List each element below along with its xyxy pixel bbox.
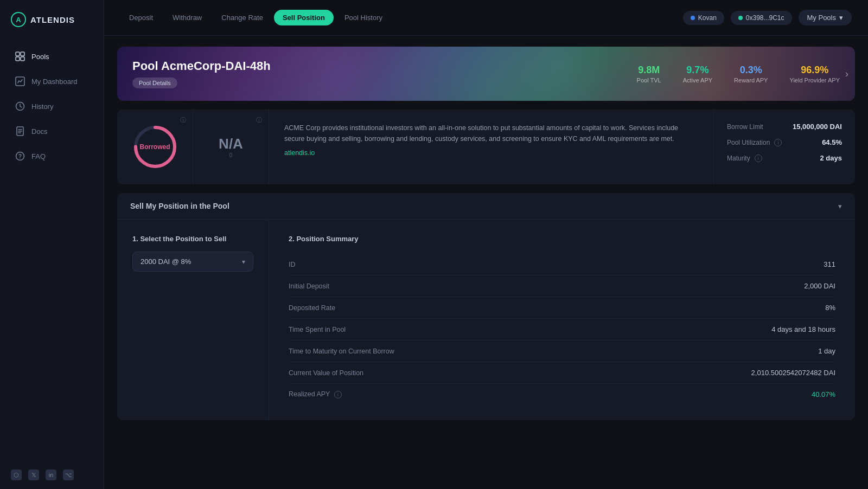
pool-utilization-info-icon[interactable]: i [774, 139, 782, 146]
pos-value-id: 311 [824, 260, 835, 268]
network-badge: Kovan [683, 11, 724, 25]
pool-yield-apy-value: 96.9% [789, 65, 840, 76]
pos-label-current-value: Current Value of Position [289, 369, 363, 377]
na-value: N/A [219, 136, 243, 152]
sidebar-item-label-docs: Docs [31, 127, 48, 136]
sell-step1-title: 1. Select the Position to Sell [132, 235, 253, 243]
dashboard-icon [15, 76, 25, 86]
pos-label-id: ID [289, 261, 296, 268]
pos-value-deposited-rate: 8% [825, 304, 835, 312]
pos-value-time-spent: 4 days and 18 hours [771, 325, 835, 333]
pos-label-realized-apy: Realized APY i [289, 390, 342, 398]
pos-label-initial-deposit: Initial Deposit [289, 282, 329, 290]
pool-utilization-label: Pool Utilization i [727, 139, 782, 146]
svg-text:?: ? [18, 153, 22, 159]
borrow-limit-label: Borrow Limit [727, 123, 763, 131]
svg-rect-3 [21, 52, 24, 56]
history-icon [15, 101, 25, 111]
pool-reward-apy-label: Reward APY [734, 77, 768, 83]
pool-info-row: ⓘ Borrowed ⓘ N/A 0 AC [117, 110, 855, 184]
pool-metrics: Borrow Limit 15,000,000 DAI Pool Utiliza… [714, 110, 855, 184]
sell-header[interactable]: Sell My Position in the Pool ▾ [117, 193, 855, 220]
sell-left: 1. Select the Position to Sell 2000 DAI … [117, 220, 269, 420]
borrowed-gauge: Borrowed [131, 123, 180, 171]
wallet-badge[interactable]: 0x398...9C1c [731, 11, 792, 25]
sidebar-item-pools[interactable]: Pools [4, 44, 99, 68]
na-gauge-box: ⓘ N/A 0 [193, 110, 269, 184]
sell-header-title: Sell My Position in the Pool [130, 202, 229, 210]
sidebar-item-history[interactable]: History [4, 94, 99, 118]
sidebar-item-label-dashboard: My Dashboard [31, 78, 78, 86]
metric-maturity: Maturity i 2 days [727, 154, 842, 162]
position-row-deposited-rate: Deposited Rate 8% [289, 297, 835, 319]
pos-value-realized-apy: 40.07% [812, 390, 835, 398]
realized-apy-info-icon[interactable]: i [334, 391, 342, 398]
pool-active-apy-value: 9.7% [683, 65, 712, 76]
position-title: 2. Position Summary [289, 235, 835, 243]
dropdown-arrow-icon: ▾ [242, 258, 245, 266]
topbar: Deposit Withdraw Change Rate Sell Positi… [104, 0, 868, 36]
maturity-label: Maturity i [727, 155, 762, 162]
discord-icon[interactable]: ⬡ [11, 469, 22, 480]
position-dropdown[interactable]: 2000 DAI @ 8% ▾ [132, 252, 253, 272]
content-area: Pool AcmeCorp-DAI-48h Pool Details 9.8M … [104, 36, 868, 489]
tab-sell-position[interactable]: Sell Position [274, 10, 334, 25]
tab-pool-history[interactable]: Pool History [336, 10, 391, 25]
pool-gauges: ⓘ Borrowed ⓘ N/A 0 [117, 110, 269, 184]
pool-banner: Pool AcmeCorp-DAI-48h Pool Details 9.8M … [117, 47, 855, 101]
gauge-na-info-icon[interactable]: ⓘ [256, 116, 262, 124]
pool-link[interactable]: atlendis.io [284, 149, 315, 157]
metric-pool-utilization: Pool Utilization i 64.5% [727, 138, 842, 146]
position-dropdown-value: 2000 DAI @ 8% [141, 258, 191, 266]
pool-details-badge[interactable]: Pool Details [132, 78, 177, 88]
my-pools-button[interactable]: My Pools ▾ [799, 10, 852, 25]
sidebar-item-dashboard[interactable]: My Dashboard [4, 69, 99, 93]
position-row-time-spent: Time Spent in Pool 4 days and 18 hours [289, 319, 835, 340]
borrowed-gauge-label: Borrowed [139, 143, 170, 151]
network-dot [691, 16, 695, 20]
sell-section: Sell My Position in the Pool ▾ 1. Select… [117, 193, 855, 420]
tab-withdraw[interactable]: Withdraw [164, 10, 210, 25]
tab-change-rate[interactable]: Change Rate [213, 10, 272, 25]
position-rows: ID 311 Initial Deposit 2,000 DAI Deposit… [289, 254, 835, 405]
linkedin-icon[interactable]: in [46, 469, 56, 480]
svg-text:A: A [16, 16, 21, 24]
sidebar-item-faq[interactable]: ? FAQ [4, 144, 99, 168]
pos-label-time-spent: Time Spent in Pool [289, 326, 346, 333]
position-row-realized-apy: Realized APY i 40.07% [289, 384, 835, 405]
chevron-down-icon: ▾ [839, 14, 843, 22]
borrow-limit-value: 15,000,000 DAI [793, 123, 842, 131]
pool-reward-apy-value: 0.3% [734, 65, 768, 76]
app-name: ATLENDIS [30, 15, 75, 24]
topbar-right: Kovan 0x398...9C1c My Pools ▾ [683, 10, 852, 25]
pool-yield-apy-label: Yield Provider APY [789, 77, 840, 83]
pools-icon [15, 52, 25, 61]
sidebar-item-docs[interactable]: Docs [4, 119, 99, 143]
main-content: Deposit Withdraw Change Rate Sell Positi… [104, 0, 868, 489]
gauge-borrowed-info-icon[interactable]: ⓘ [180, 116, 186, 124]
pool-stat-reward-apy: 0.3% Reward APY [734, 65, 768, 83]
github-icon[interactable]: ⌥ [63, 469, 74, 480]
sidebar: A ATLENDIS Pools My Dashboard [0, 0, 104, 489]
pos-value-initial-deposit: 2,000 DAI [804, 282, 835, 290]
wallet-dot [738, 16, 743, 20]
sell-content: 1. Select the Position to Sell 2000 DAI … [117, 220, 855, 420]
pos-value-time-maturity: 1 day [818, 347, 835, 355]
sidebar-item-label-faq: FAQ [31, 152, 46, 160]
pool-description: ACME Corp provides institutional investo… [269, 110, 714, 184]
banner-next-icon[interactable]: › [845, 68, 848, 80]
svg-rect-2 [16, 52, 20, 56]
pool-stat-tvl: 9.8M Pool TVL [637, 65, 661, 83]
pos-label-time-maturity: Time to Maturity on Current Borrow [289, 348, 394, 355]
logo: A ATLENDIS [0, 0, 104, 39]
sell-right: 2. Position Summary ID 311 Initial Depos… [269, 220, 855, 420]
tab-deposit[interactable]: Deposit [120, 10, 162, 25]
twitter-icon[interactable]: 𝕏 [28, 469, 39, 480]
na-sub: 0 [229, 152, 233, 158]
svg-rect-5 [21, 57, 24, 61]
pool-description-text: ACME Corp provides institutional investo… [284, 123, 698, 144]
pool-utilization-value: 64.5% [822, 138, 842, 146]
pool-active-apy-label: Active APY [683, 77, 712, 83]
maturity-value: 2 days [820, 154, 842, 162]
maturity-info-icon[interactable]: i [755, 155, 762, 162]
